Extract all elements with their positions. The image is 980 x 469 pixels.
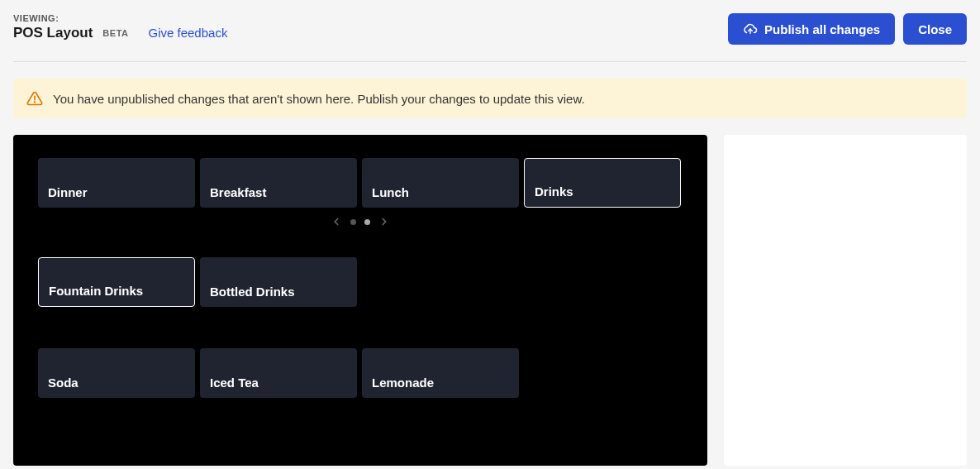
header-left: VIEWING: POS Layout BETA Give feedback: [13, 13, 227, 41]
header: VIEWING: POS Layout BETA Give feedback P…: [13, 13, 967, 62]
tile-label: Soda: [48, 376, 78, 390]
tile-label: Drinks: [535, 184, 573, 199]
page-title: POS Layout: [13, 25, 93, 41]
beta-badge: BETA: [102, 28, 128, 38]
item-row: Soda Iced Tea Lemonade: [38, 348, 683, 398]
tile-label: Lemonade: [372, 376, 434, 390]
pager-dot-2[interactable]: [364, 219, 370, 225]
item-tile-soda[interactable]: Soda: [38, 348, 195, 398]
subcategory-tile-bottled[interactable]: Bottled Drinks: [200, 257, 357, 307]
tile-label: Breakfast: [210, 185, 266, 199]
warning-icon: [26, 90, 43, 107]
pager-dot-1[interactable]: [350, 219, 356, 225]
tile-label: Lunch: [372, 185, 409, 199]
alert-text: You have unpublished changes that aren't…: [53, 92, 585, 106]
category-tile-drinks[interactable]: Drinks: [524, 158, 681, 208]
category-pager: [38, 216, 683, 227]
svg-point-1: [35, 102, 36, 103]
tile-label: Iced Tea: [210, 376, 259, 390]
subcategory-tile-fountain[interactable]: Fountain Drinks: [38, 257, 195, 307]
unpublished-changes-alert: You have unpublished changes that aren't…: [13, 79, 967, 118]
close-label: Close: [918, 22, 952, 36]
chevron-right-icon: [378, 216, 390, 227]
publish-all-button[interactable]: Publish all changes: [728, 13, 895, 45]
side-panel: [724, 135, 967, 466]
cloud-upload-icon: [743, 22, 758, 36]
viewing-label: VIEWING:: [13, 13, 129, 23]
category-row: Dinner Breakfast Lunch Drinks: [38, 158, 683, 208]
category-tile-dinner[interactable]: Dinner: [38, 158, 195, 208]
chevron-left-icon: [331, 216, 342, 227]
pager-next[interactable]: [378, 216, 390, 227]
tile-label: Fountain Drinks: [49, 284, 143, 298]
viewing-title-row: POS Layout BETA: [13, 25, 129, 41]
item-tile-lemonade[interactable]: Lemonade: [362, 348, 519, 398]
tile-label: Dinner: [48, 185, 88, 199]
pos-preview-panel: Dinner Breakfast Lunch Drinks Fountain D…: [13, 135, 707, 466]
give-feedback-link[interactable]: Give feedback: [149, 26, 228, 40]
pager-prev[interactable]: [331, 216, 342, 227]
publish-all-label: Publish all changes: [764, 22, 880, 36]
item-tile-iced-tea[interactable]: Iced Tea: [200, 348, 357, 398]
close-button[interactable]: Close: [903, 13, 967, 45]
subcategory-row: Fountain Drinks Bottled Drinks: [38, 257, 683, 307]
header-right: Publish all changes Close: [728, 13, 967, 45]
main-row: Dinner Breakfast Lunch Drinks Fountain D…: [13, 135, 967, 466]
category-tile-lunch[interactable]: Lunch: [362, 158, 519, 208]
viewing-block: VIEWING: POS Layout BETA: [13, 13, 129, 41]
category-tile-breakfast[interactable]: Breakfast: [200, 158, 357, 208]
tile-label: Bottled Drinks: [210, 285, 295, 299]
